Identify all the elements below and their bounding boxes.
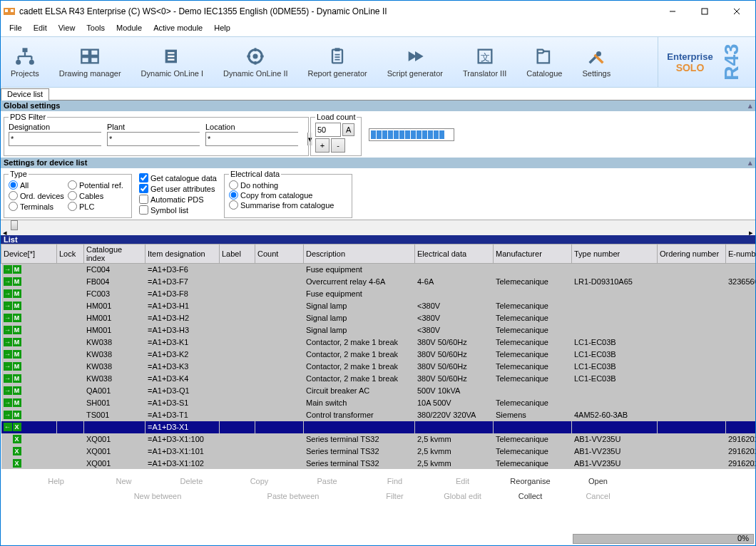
close-button[interactable] bbox=[720, 1, 752, 21]
slider-thumb[interactable] bbox=[11, 220, 18, 230]
app-icon bbox=[4, 6, 15, 17]
device-x-icon bbox=[13, 459, 21, 468]
location-label: Location bbox=[205, 123, 298, 131]
menu-tools[interactable]: Tools bbox=[81, 22, 111, 36]
plant-label: Plant bbox=[107, 123, 200, 131]
elec-radio-do-nothing[interactable]: Do nothing bbox=[229, 180, 347, 190]
type-radio-all[interactable]: All bbox=[9, 180, 68, 190]
table-row[interactable]: XQ001=A1+D3-X1:102Series terminal TS322,… bbox=[1, 458, 756, 470]
table-row[interactable]: TS001=A1+D3-T1Control transformer380/220… bbox=[1, 409, 756, 421]
type-radio-cables[interactable]: Cables bbox=[68, 191, 127, 200]
type-radio-terminals[interactable]: Terminals bbox=[9, 202, 68, 211]
col-e-number[interactable]: E-number bbox=[726, 244, 756, 264]
toolbar-label: Catalogue bbox=[526, 69, 562, 78]
device-arrow-icon bbox=[4, 398, 12, 407]
table-row[interactable]: HM001=A1+D3-H2Signal lamp<380VTelemecani… bbox=[1, 312, 756, 324]
col-count[interactable]: Count bbox=[255, 244, 304, 264]
menu-view[interactable]: View bbox=[53, 22, 81, 36]
section-device-settings: Settings for device list ▴ bbox=[1, 158, 755, 168]
scroll-right-icon[interactable]: ▸ bbox=[747, 230, 755, 235]
type-radio-plc[interactable]: PLC bbox=[68, 202, 127, 211]
col-label[interactable]: Label bbox=[220, 244, 255, 264]
toolbar-report[interactable]: Report generator bbox=[298, 37, 377, 87]
titlebar: cadett ELSA R43 Enterprise (C) WS<0> - D… bbox=[1, 1, 755, 22]
col-manufacturer[interactable]: Manufacturer bbox=[494, 244, 572, 264]
table-row[interactable]: HM001=A1+D3-H3Signal lamp<380VTelemecani… bbox=[1, 324, 756, 336]
svg-point-39 bbox=[596, 51, 601, 56]
col-device-[interactable]: Device[*] bbox=[1, 244, 57, 264]
toolbar-label: Dynamic OnLine II bbox=[223, 69, 287, 78]
tabstrip: Device list bbox=[1, 88, 755, 101]
device-arrow-icon bbox=[4, 314, 12, 322]
col-electrical-data[interactable]: Electrical data bbox=[415, 244, 494, 264]
scroll-left-icon[interactable]: ◂ bbox=[1, 230, 9, 235]
device-arrow-icon bbox=[4, 386, 12, 395]
svg-rect-7 bbox=[22, 48, 27, 52]
table-row[interactable]: KW038=A1+D3-K4Contactor, 2 make 1 break3… bbox=[1, 373, 756, 385]
menu-file[interactable]: File bbox=[4, 22, 28, 36]
action-reorganise[interactable]: Reorganise bbox=[496, 474, 564, 488]
action-open[interactable]: Open bbox=[564, 474, 632, 488]
table-row[interactable]: KW038=A1+D3-K2Contactor, 2 make 1 break3… bbox=[1, 349, 756, 361]
table-row[interactable]: SH001=A1+D3-S1Main switch10A 500VTelemec… bbox=[1, 397, 756, 409]
menu-edit[interactable]: Edit bbox=[28, 22, 53, 36]
table-row[interactable]: HM001=A1+D3-H1Signal lamp<380VTelemecani… bbox=[1, 300, 756, 312]
elec-radio-summarise-from-catalogue[interactable]: Summarise from catalogue bbox=[229, 200, 347, 210]
device-table[interactable]: Device[*]LockCatalogue indexItem designa… bbox=[1, 244, 755, 469]
toolbar-settings[interactable]: Settings bbox=[572, 37, 620, 87]
load-count-input[interactable] bbox=[315, 123, 341, 137]
col-type-number[interactable]: Type number bbox=[572, 244, 658, 264]
menu-active-module[interactable]: Active module bbox=[148, 22, 208, 36]
maximize-button[interactable] bbox=[688, 1, 720, 21]
designation-input[interactable] bbox=[9, 133, 111, 145]
minimize-button[interactable] bbox=[656, 1, 688, 21]
menu-help[interactable]: Help bbox=[208, 22, 236, 36]
col-catalogue-index[interactable]: Catalogue index bbox=[84, 244, 145, 264]
type-radio-potential-ref-[interactable]: Potential ref. bbox=[68, 180, 127, 190]
table-row[interactable]: FC004=A1+D3-F6Fuse equipment bbox=[1, 264, 756, 276]
col-item-designation[interactable]: Item designation bbox=[145, 244, 220, 264]
col-description[interactable]: Description bbox=[304, 244, 415, 264]
menu-module[interactable]: Module bbox=[111, 22, 148, 36]
toolbar-drawing[interactable]: Drawing manager bbox=[49, 37, 131, 87]
menubar: FileEditViewToolsModuleActive moduleHelp bbox=[1, 22, 755, 36]
check-get-cat[interactable]: Get catalogue data bbox=[139, 173, 217, 182]
device-arrow-icon bbox=[4, 302, 12, 310]
load-count-fieldset: Load count A + - bbox=[310, 113, 362, 156]
location-combo[interactable]: ▾ bbox=[205, 132, 298, 146]
location-input[interactable] bbox=[206, 133, 307, 145]
toolbar-projects[interactable]: Projects bbox=[1, 37, 49, 87]
designation-combo[interactable]: ▾ bbox=[9, 132, 101, 146]
toolbar-trans[interactable]: 文Translator III bbox=[453, 37, 516, 87]
load-minus-button[interactable]: - bbox=[331, 138, 345, 153]
window-title: cadett ELSA R43 Enterprise (C) WS<0> - D… bbox=[19, 6, 656, 16]
check-auto-pds[interactable]: Automatic PDS bbox=[139, 195, 217, 204]
table-row[interactable]: QA001=A1+D3-Q1Circuit breaker AC500V 10k… bbox=[1, 385, 756, 397]
designation-label: Designation bbox=[9, 123, 101, 131]
ruler-slider[interactable]: ◂ ▸ bbox=[1, 220, 755, 235]
col-lock[interactable]: Lock bbox=[57, 244, 84, 264]
action-collect[interactable]: Collect bbox=[496, 489, 564, 503]
toolbar-dyn1[interactable]: Dynamic OnLine I bbox=[131, 37, 213, 87]
table-row[interactable]: XQ001=A1+D3-X1:101Series terminal TS322,… bbox=[1, 445, 756, 458]
check-sym-list[interactable]: Symbol list bbox=[139, 205, 217, 215]
table-row[interactable]: FB004=A1+D3-F7Overcurrent relay 4-6A4-6A… bbox=[1, 276, 756, 288]
col-ordering-number[interactable]: Ordering number bbox=[658, 244, 726, 264]
type-radio-ord-devices[interactable]: Ord. devices bbox=[9, 191, 68, 200]
table-row[interactable]: KW038=A1+D3-K1Contactor, 2 make 1 break3… bbox=[1, 336, 756, 349]
table-row[interactable]: FC003=A1+D3-F8Fuse equipment bbox=[1, 288, 756, 300]
check-get-user[interactable]: Get user attributes bbox=[139, 184, 217, 193]
load-plus-button[interactable]: + bbox=[315, 138, 330, 153]
table-row[interactable]: XQ001=A1+D3-X1:100Series terminal TS322,… bbox=[1, 433, 756, 445]
plant-combo[interactable]: ▾ bbox=[107, 132, 200, 146]
table-row[interactable]: KW038=A1+D3-K3Contactor, 2 make 1 break3… bbox=[1, 361, 756, 373]
plant-input[interactable] bbox=[108, 133, 209, 145]
table-row[interactable]: =A1+D3-X1 bbox=[1, 421, 756, 433]
elec-radio-copy-from-catalogue[interactable]: Copy from catalogue bbox=[229, 190, 347, 200]
tab-device-list[interactable]: Device list bbox=[1, 88, 49, 101]
toolbar-script[interactable]: Script generator bbox=[377, 37, 453, 87]
grip-icon[interactable]: ▴ bbox=[748, 158, 752, 168]
grip-icon[interactable]: ▴ bbox=[748, 101, 752, 110]
toolbar-cat[interactable]: Catalogue bbox=[516, 37, 572, 87]
toolbar-dyn2[interactable]: Dynamic OnLine II bbox=[213, 37, 297, 87]
